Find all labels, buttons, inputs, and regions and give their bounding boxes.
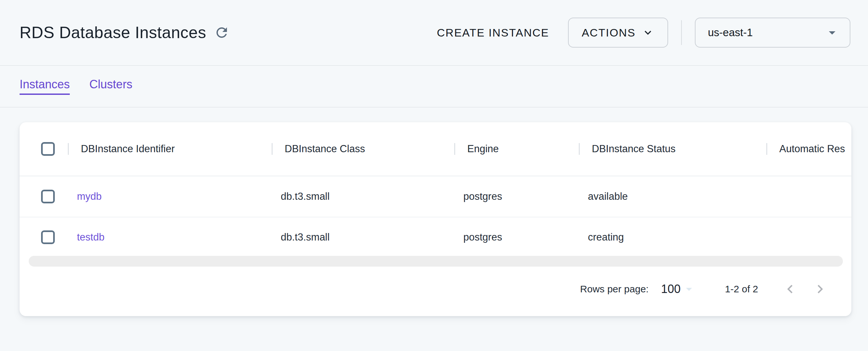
header-vertical-divider bbox=[681, 20, 682, 45]
previous-page-button[interactable] bbox=[782, 281, 799, 297]
column-header-class: DBInstance Class bbox=[272, 143, 454, 155]
select-all-cell bbox=[20, 142, 68, 156]
cell-engine: postgres bbox=[454, 231, 579, 243]
chevron-right-icon bbox=[812, 281, 829, 297]
actions-button-label: ACTIONS bbox=[582, 26, 636, 39]
instance-link[interactable]: testdb bbox=[77, 231, 104, 243]
column-header-automatic: Automatic Res bbox=[766, 143, 851, 155]
refresh-button[interactable] bbox=[214, 25, 229, 40]
tab-bar: Instances Clusters bbox=[0, 66, 868, 107]
cell-engine: postgres bbox=[454, 191, 579, 202]
tab-instances[interactable]: Instances bbox=[20, 78, 70, 95]
cell-class: db.t3.small bbox=[272, 191, 454, 202]
select-all-checkbox[interactable] bbox=[41, 142, 55, 156]
horizontal-scrollbar-thumb[interactable] bbox=[29, 256, 843, 266]
chevron-left-icon bbox=[782, 281, 799, 297]
pagination-range: 1-2 of 2 bbox=[725, 284, 758, 295]
rows-per-page-label: Rows per page: bbox=[580, 284, 649, 295]
header-actions-group: CREATE INSTANCE ACTIONS us-east-1 bbox=[437, 18, 850, 47]
region-select-value: us-east-1 bbox=[708, 26, 753, 39]
region-select[interactable]: us-east-1 bbox=[695, 18, 850, 47]
app-header: RDS Database Instances CREATE INSTANCE A… bbox=[0, 0, 868, 66]
refresh-icon bbox=[214, 25, 229, 40]
actions-button[interactable]: ACTIONS bbox=[568, 18, 668, 47]
instances-table-card: DBInstance Identifier DBInstance Class E… bbox=[20, 122, 851, 316]
row-checkbox[interactable] bbox=[41, 230, 55, 244]
cell-status: creating bbox=[579, 231, 766, 243]
table-row: testdb db.t3.small postgres creating bbox=[20, 217, 851, 257]
column-header-engine: Engine bbox=[454, 143, 579, 155]
cell-status: available bbox=[579, 191, 766, 202]
page-title: RDS Database Instances bbox=[20, 23, 206, 42]
cell-identifier: testdb bbox=[68, 231, 272, 243]
column-header-identifier: DBInstance Identifier bbox=[68, 143, 272, 155]
create-instance-button[interactable]: CREATE INSTANCE bbox=[437, 26, 549, 39]
cell-class: db.t3.small bbox=[272, 231, 454, 243]
rows-per-page-value: 100 bbox=[661, 282, 681, 296]
rows-per-page-select[interactable]: 100 bbox=[661, 282, 696, 296]
chevron-down-icon bbox=[641, 26, 654, 39]
row-select-cell bbox=[20, 230, 68, 244]
row-checkbox[interactable] bbox=[41, 190, 55, 203]
cell-identifier: mydb bbox=[68, 191, 272, 202]
table-footer: Rows per page: 100 1-2 of 2 bbox=[20, 266, 851, 316]
dropdown-caret-icon bbox=[824, 25, 840, 40]
instance-link[interactable]: mydb bbox=[77, 191, 102, 202]
rows-per-page-caret-icon bbox=[681, 282, 696, 296]
table-header-row: DBInstance Identifier DBInstance Class E… bbox=[20, 122, 851, 176]
row-select-cell bbox=[20, 190, 68, 203]
column-header-status: DBInstance Status bbox=[579, 143, 766, 155]
next-page-button[interactable] bbox=[812, 281, 829, 297]
table-row: mydb db.t3.small postgres available bbox=[20, 176, 851, 217]
tab-clusters[interactable]: Clusters bbox=[89, 78, 132, 95]
